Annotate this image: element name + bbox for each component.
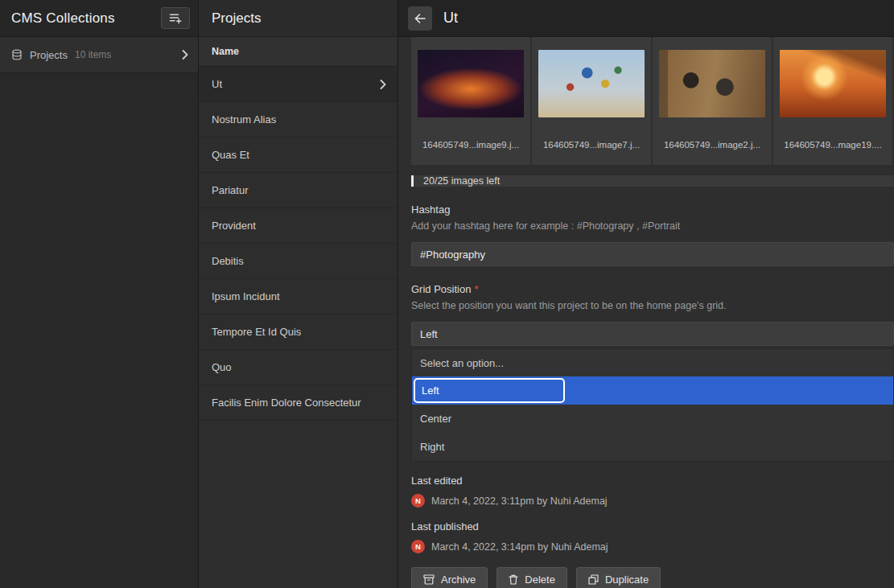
last-published-label: Last published: [411, 520, 894, 532]
collection-stack-icon: [11, 49, 23, 60]
images-left-note: 20/25 images left: [411, 175, 894, 187]
projects-panel: Projects Name Ut Nostrum Alias Quas Et P…: [199, 0, 398, 588]
project-item[interactable]: Provident: [199, 208, 398, 244]
grid-position-label: Grid Position*: [411, 283, 894, 295]
project-item-label: Ipsum Incidunt: [212, 290, 280, 302]
project-item[interactable]: Pariatur: [199, 173, 398, 208]
project-item-label: Provident: [212, 220, 256, 232]
option-focus-ring: Left: [414, 378, 565, 403]
dropdown-option-label: Left: [422, 384, 439, 397]
last-edited-row: N March 4, 2022, 3:11pm by Nuhi Ademaj: [411, 494, 894, 508]
add-collection-button[interactable]: [161, 7, 190, 29]
project-item-label: Nostrum Alias: [212, 113, 276, 125]
cms-collections-app: CMS Collections Projects 10 items: [0, 0, 894, 588]
user-avatar: N: [411, 540, 425, 553]
archive-button-label: Archive: [441, 574, 476, 586]
project-item[interactable]: Tempore Et Id Quis: [199, 315, 398, 350]
archive-button[interactable]: Archive: [411, 567, 488, 588]
collection-count: 10 items: [75, 49, 111, 60]
hashtag-help-text: Add your hashtag here for example : #Pho…: [411, 220, 894, 232]
delete-button-label: Delete: [525, 574, 555, 586]
image-card[interactable]: 164605749...image2.j...: [653, 37, 772, 165]
grid-position-select[interactable]: Left: [411, 322, 894, 346]
project-item-label: Ut: [212, 78, 222, 90]
last-edited-text: March 4, 2022, 3:11pm by Nuhi Ademaj: [431, 495, 608, 507]
project-item[interactable]: Quo: [199, 350, 398, 385]
dropdown-option-label: Center: [420, 413, 451, 425]
duplicate-icon: [588, 574, 599, 585]
project-item[interactable]: Facilis Enim Dolore Consectetur: [199, 385, 398, 421]
duplicate-button[interactable]: Duplicate: [576, 567, 661, 588]
action-buttons: Archive Delete: [411, 567, 894, 588]
chevron-right-icon: [182, 50, 188, 60]
project-item[interactable]: Quas Et: [199, 138, 398, 173]
duplicate-button-label: Duplicate: [605, 574, 649, 586]
hashtag-input[interactable]: [411, 242, 894, 266]
image-filename: 164605749...image7.j...: [543, 140, 640, 150]
image-card[interactable]: 164605749...image9.j...: [411, 37, 530, 165]
last-published-text: March 4, 2022, 3:14pm by Nuhi Ademaj: [431, 541, 608, 553]
collections-panel: CMS Collections Projects 10 items: [0, 0, 199, 588]
dropdown-option-center[interactable]: Center: [412, 405, 893, 433]
grid-position-dropdown: Select an option... Left Center Right: [411, 348, 894, 462]
project-item-label: Quo: [212, 361, 232, 373]
project-item-label: Pariatur: [212, 184, 249, 196]
collections-panel-title: CMS Collections: [11, 10, 115, 27]
collection-row-projects[interactable]: Projects 10 items: [0, 37, 198, 73]
detail-form: Hashtag Add your hashtag here for exampl…: [398, 187, 894, 588]
dropdown-option-right[interactable]: Right: [412, 433, 893, 461]
image-card[interactable]: 164605749...mage19....: [773, 37, 892, 165]
grid-position-select-value: Left: [420, 328, 438, 340]
dropdown-option-placeholder[interactable]: Select an option...: [412, 349, 893, 376]
project-item-label: Quas Et: [212, 149, 249, 161]
project-item[interactable]: Ipsum Incidunt: [199, 279, 398, 315]
image-filename: 164605749...image2.j...: [664, 140, 760, 150]
delete-button[interactable]: Delete: [496, 567, 567, 588]
last-edited-label: Last edited: [411, 475, 894, 487]
thumbnail-image: [780, 50, 886, 117]
collections-panel-header: CMS Collections: [0, 0, 198, 37]
project-item[interactable]: Debitis: [199, 244, 398, 279]
last-published-row: N March 4, 2022, 3:14pm by Nuhi Ademaj: [411, 540, 894, 553]
grid-position-help-text: Select the position you want this projec…: [411, 300, 894, 311]
project-item-ut[interactable]: Ut: [199, 67, 398, 102]
user-avatar: N: [411, 494, 425, 508]
back-button[interactable]: [408, 6, 432, 31]
project-item[interactable]: Nostrum Alias: [199, 102, 398, 138]
thumbnail-image: [659, 50, 765, 117]
image-card[interactable]: 164605749...image7.j...: [532, 37, 651, 165]
required-asterisk: *: [474, 283, 478, 295]
dropdown-option-label: Select an option...: [420, 357, 504, 369]
add-collection-icon: [169, 13, 182, 24]
detail-header: Ut: [398, 0, 894, 37]
trash-icon: [509, 574, 518, 585]
item-detail-panel: Ut 164605749...image9.j... 164605749...i…: [398, 0, 894, 588]
thumbnail-image: [538, 50, 645, 117]
image-filename: 164605749...mage19....: [784, 140, 882, 150]
dropdown-option-label: Right: [420, 441, 444, 453]
thumbnail-image: [418, 50, 524, 117]
archive-icon: [423, 574, 435, 585]
detail-title: Ut: [443, 10, 458, 27]
project-item-label: Tempore Et Id Quis: [212, 326, 301, 338]
collection-label: Projects: [30, 49, 68, 61]
hashtag-label: Hashtag: [411, 204, 894, 216]
dropdown-option-left[interactable]: Left: [412, 376, 893, 405]
image-gallery: 164605749...image9.j... 164605749...imag…: [398, 37, 894, 165]
name-column-header: Name: [199, 37, 398, 67]
arrow-left-icon: [414, 14, 426, 23]
project-item-label: Debitis: [212, 255, 244, 267]
chevron-right-icon: [380, 80, 386, 89]
projects-panel-title: Projects: [199, 0, 398, 37]
project-item-label: Facilis Enim Dolore Consectetur: [212, 397, 361, 409]
grid-position-label-text: Grid Position: [411, 283, 471, 295]
image-filename: 164605749...image9.j...: [422, 140, 519, 150]
